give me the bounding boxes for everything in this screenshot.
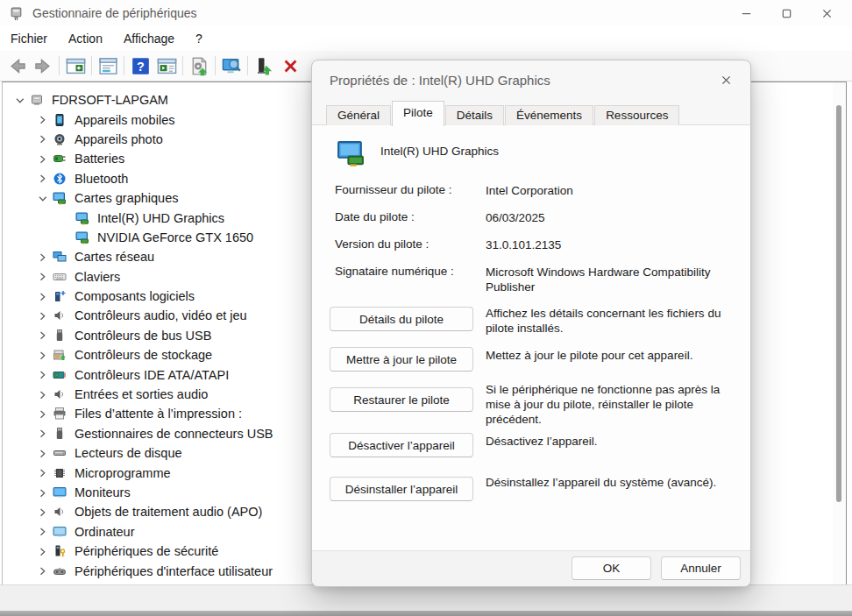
ok-button[interactable]: OK [572,556,651,580]
camera-icon [52,132,67,146]
tab-details[interactable]: Détails [445,105,504,125]
close-button[interactable] [806,0,847,26]
tab-pilote[interactable]: Pilote [392,101,444,126]
monitor-icon [52,485,67,499]
battery-icon [52,152,67,166]
ide-icon [52,368,67,382]
dialog-title: Propriétés de : Intel(R) UHD Graphics [330,60,701,99]
tree-item-label: Contrôleurs de stockage [75,348,212,362]
chevron-right-icon[interactable] [32,308,52,322]
dialog-tabs: GénéralPiloteDétailsÉvénementsRessources [326,101,680,125]
chevron-right-icon[interactable] [32,564,52,578]
update-driver-button[interactable] [186,53,212,78]
chevron-right-icon[interactable] [32,466,52,480]
chevron-right-icon[interactable] [32,132,52,146]
details-du-pilote-button[interactable]: Détails du pilote [330,307,473,331]
tab-page-pilote: Intel(R) UHD Graphics Fournisseur du pil… [312,124,750,552]
tab-general[interactable]: Général [326,105,391,125]
tree-item-label: Bluetooth [75,172,128,186]
uninstall-device-icon [280,56,301,76]
chevron-right-icon[interactable] [32,270,52,284]
desactiver-l-appareil-button[interactable]: Désactiver l’appareil [330,433,473,457]
toolbar-separator [91,56,92,75]
chevron-right-icon[interactable] [32,525,52,539]
gpu-icon [75,230,90,244]
help-icon: ? [131,56,151,76]
chevron-right-icon[interactable] [32,329,52,343]
chevron-right-icon[interactable] [32,250,52,264]
usb-icon [52,427,67,441]
chevron-down-icon[interactable] [32,191,52,205]
chevron-right-icon[interactable] [32,427,52,441]
minimize-button[interactable] [726,0,766,26]
tree-item-label: Gestionnaires de connecteurs USB [75,427,273,441]
printer-icon [52,407,67,421]
uninstall-device-button[interactable] [277,53,303,78]
action-description: Désactivez l’appareil. [486,434,742,449]
chevron-right-icon[interactable] [32,446,52,460]
action-row: Mettre à jour le piloteMettez à jour le … [330,347,742,372]
tree-item-label: NVIDIA GeForce GTX 1650 [97,230,253,244]
computer-monitor-icon [52,525,67,539]
chevron-right-icon[interactable] [32,348,52,362]
device-name: Intel(R) UHD Graphics [380,145,499,167]
tab-ressources[interactable]: Ressources [594,105,679,125]
chevron-right-icon[interactable] [32,113,52,127]
forward-button[interactable] [30,53,56,78]
action-pane-button[interactable] [153,53,180,78]
usb-icon [52,329,67,343]
tree-item-label: Files d’attente à l’impression : [75,407,242,421]
chevron-down-icon[interactable] [10,93,29,107]
chevron-right-icon[interactable] [32,387,52,401]
menu-affichage[interactable]: Affichage [113,29,185,48]
action-row: Désactiver l’appareilDésactivez l’appare… [330,433,742,457]
properties-button[interactable] [95,53,121,78]
console-tree-button[interactable] [62,53,89,78]
maximize-icon [780,7,793,20]
desinstaller-l-appareil-button[interactable]: Désinstaller l’appareil [330,477,473,501]
help-button[interactable]: ? [127,53,153,78]
tree-item-label: Ordinateur [75,525,135,539]
vertical-scrollbar[interactable] [833,82,846,584]
minimize-icon [740,7,753,20]
disk-drive-icon [52,446,67,460]
chevron-right-icon[interactable] [32,407,52,421]
restaurer-le-pilote-button[interactable]: Restaurer le pilote [330,387,473,412]
back-button[interactable] [4,53,30,78]
computer-icon [29,93,45,107]
tree-item-label: Contrôleurs de bus USB [75,329,211,343]
chevron-right-icon[interactable] [32,172,52,186]
chevron-right-icon[interactable] [32,152,52,166]
properties-icon [98,56,118,76]
menu-action[interactable]: Action [58,29,113,48]
properties-dialog: Propriétés de : Intel(R) UHD Graphics Gé… [311,60,751,587]
chevron-right-icon[interactable] [32,544,52,558]
hid-icon [52,564,67,578]
chevron-right-icon[interactable] [32,505,52,519]
field-label: Version du pilote : [335,237,486,252]
action-row: Restaurer le piloteSi le périphérique ne… [330,387,742,412]
menu-item[interactable]: ? [185,29,213,48]
tree-item-label: Cartes graphiques [75,191,179,205]
software-component-icon [52,289,67,303]
back-icon [7,56,27,76]
cancel-button[interactable]: Annuler [661,556,741,580]
scrollbar-thumb[interactable] [836,105,841,502]
tab-evenements[interactable]: Événements [505,105,593,125]
speaker-icon [52,308,67,322]
chevron-right-icon[interactable] [32,289,52,303]
mettre-a-jour-le-pilote-button[interactable]: Mettre à jour le pilote [330,347,473,372]
tree-item-label: Lecteurs de disque [75,446,182,460]
field-row: Version du pilote :31.0.101.2135 [335,237,742,252]
horizontal-scrollbar-area[interactable] [0,584,852,611]
chevron-right-icon[interactable] [32,368,52,382]
menu-fichier[interactable]: Fichier [9,29,58,48]
dialog-close-button[interactable] [710,67,742,92]
maximize-button[interactable] [766,0,806,26]
tree-item-label: Périphériques de sécurité [75,544,218,558]
scan-hardware-button[interactable] [218,53,245,78]
chevron-right-icon[interactable] [32,485,52,499]
enable-device-button[interactable] [251,53,277,78]
tree-item-label: Appareils mobiles [75,113,174,127]
chevron-spacer [55,230,75,244]
